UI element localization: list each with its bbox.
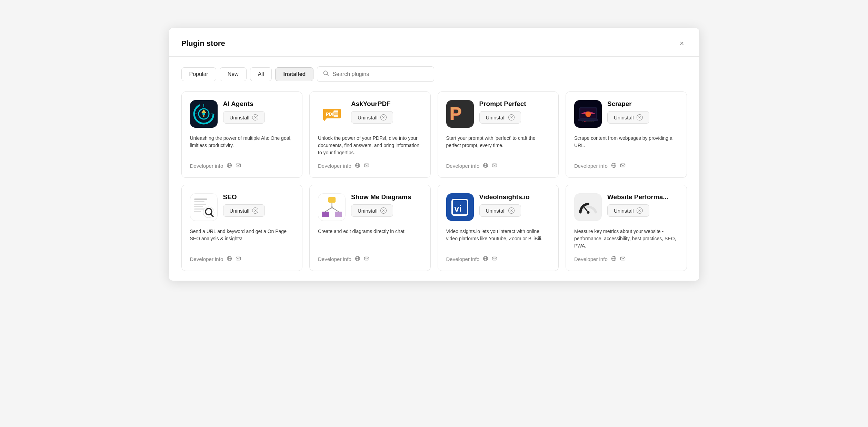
svg-point-83 [587, 211, 589, 214]
uninstall-button-seo[interactable]: Uninstall ✕ [223, 204, 265, 217]
plugin-store-modal: Plugin store × Popular New All Installed [169, 28, 700, 281]
filter-new[interactable]: New [220, 67, 247, 81]
developer-info: Developer info [190, 256, 294, 262]
plugin-card-seo: SEO Uninstall ✕ Send a URL and keyword a… [181, 185, 303, 271]
plugin-card-website-performance: Website Performa... Uninstall ✕ Measure … [566, 185, 687, 271]
uninstall-x-icon: ✕ [380, 114, 387, 120]
modal-header: Plugin store × [169, 28, 699, 57]
uninstall-x-icon: ✕ [508, 207, 515, 214]
plugin-description: Unlock the power of your PDFs!, dive int… [318, 135, 422, 156]
globe-icon [355, 256, 360, 262]
plugin-icon-show-me-diagrams [318, 193, 346, 221]
plugin-info: Prompt Perfect Uninstall ✕ [479, 100, 526, 124]
developer-info-label: Developer info [574, 163, 608, 169]
svg-point-69 [331, 206, 333, 208]
svg-rect-42 [590, 121, 592, 122]
plugin-name: Show Me Diagrams [351, 193, 411, 201]
plugin-icon-ai-agents [190, 100, 218, 128]
svg-rect-50 [194, 201, 204, 202]
svg-rect-53 [194, 208, 205, 210]
filter-installed[interactable]: Installed [275, 67, 313, 81]
uninstall-x-icon: ✕ [252, 207, 258, 214]
svg-rect-49 [194, 198, 207, 200]
plugin-info: Show Me Diagrams Uninstall ✕ [351, 193, 411, 217]
plugin-card-scraper: Scraper Uninstall ✕ Scrape content from … [566, 91, 687, 178]
svg-rect-39 [584, 121, 586, 122]
developer-info-label: Developer info [446, 163, 480, 169]
svg-rect-40 [586, 121, 588, 122]
email-icon [492, 256, 497, 262]
developer-info-label: Developer info [318, 163, 351, 169]
close-button[interactable]: × [677, 38, 687, 49]
svg-rect-52 [194, 206, 203, 207]
plugin-info: AskYourPDF Uninstall ✕ [351, 100, 393, 124]
uninstall-button-videoinsights[interactable]: Uninstall ✕ [479, 204, 521, 217]
svg-rect-51 [194, 204, 206, 205]
developer-info: Developer info [318, 256, 422, 262]
svg-rect-64 [322, 212, 329, 217]
plugin-header: P P [446, 100, 550, 128]
plugin-card-askyourpdf: PDF AskYourPDF Uninstall [309, 91, 431, 178]
email-icon [364, 163, 369, 169]
svg-text:P: P [450, 104, 462, 124]
plugin-name: SEO [223, 193, 265, 201]
developer-info: Developer info [190, 163, 294, 169]
plugin-info: VideoInsights.io Uninstall ✕ [479, 193, 530, 217]
uninstall-button-askyourpdf[interactable]: Uninstall ✕ [351, 111, 393, 124]
globe-icon [355, 163, 360, 169]
filter-bar: Popular New All Installed [181, 66, 687, 82]
email-icon [620, 163, 626, 169]
uninstall-button-scraper[interactable]: Uninstall ✕ [607, 111, 649, 124]
svg-rect-37 [581, 120, 596, 120]
uninstall-x-icon: ✕ [637, 207, 643, 214]
uninstall-button-website-performance[interactable]: Uninstall ✕ [607, 204, 649, 217]
svg-rect-38 [582, 121, 583, 122]
developer-info: Developer info [318, 163, 422, 169]
svg-marker-4 [201, 109, 206, 113]
plugin-header: SEO Uninstall ✕ [190, 193, 294, 221]
plugin-description: Send a URL and keyword and get a On Page… [190, 228, 294, 250]
email-icon [364, 256, 369, 262]
plugin-info: Scraper Uninstall ✕ [607, 100, 649, 124]
uninstall-x-icon: ✕ [380, 207, 387, 214]
svg-text:vi: vi [454, 203, 462, 214]
email-icon [492, 163, 497, 169]
plugin-description: Measure key metrics about your website -… [574, 228, 678, 250]
developer-info-label: Developer info [446, 256, 480, 262]
uninstall-button-prompt-perfect[interactable]: Uninstall ✕ [479, 111, 521, 124]
svg-rect-41 [588, 121, 590, 122]
globe-icon [483, 256, 488, 262]
globe-icon [483, 163, 488, 169]
filter-all[interactable]: All [250, 67, 272, 81]
modal-body: Popular New All Installed [169, 57, 699, 281]
plugin-name: Scraper [607, 100, 649, 108]
globe-icon [611, 256, 617, 262]
plugin-card-show-me-diagrams: Show Me Diagrams Uninstall ✕ Create and … [309, 185, 431, 271]
svg-rect-16 [333, 110, 338, 117]
plugin-name: Prompt Perfect [479, 100, 526, 108]
uninstall-button-show-me-diagrams[interactable]: Uninstall ✕ [351, 204, 393, 217]
plugin-icon-website-performance [574, 193, 602, 221]
plugin-description: Scrape content from webpages by providin… [574, 135, 678, 156]
search-input[interactable] [332, 71, 428, 77]
uninstall-button-ai-agents[interactable]: Uninstall ✕ [223, 111, 265, 124]
developer-info: Developer info [446, 256, 550, 262]
globe-icon [227, 256, 232, 262]
plugin-header: AI Agents Uninstall ✕ [190, 100, 294, 128]
plugin-icon-videoinsights: vi [446, 193, 474, 221]
uninstall-x-icon: ✕ [252, 114, 258, 120]
plugin-card-ai-agents: AI Agents Uninstall ✕ Unleashing the pow… [181, 91, 303, 178]
globe-icon [227, 163, 232, 169]
modal-title: Plugin store [181, 39, 225, 48]
email-icon [236, 163, 241, 169]
search-box [317, 66, 434, 82]
developer-info: Developer info [574, 163, 678, 169]
plugin-description: VideoInsights.io lets you interact with … [446, 228, 550, 250]
search-icon [323, 70, 329, 78]
plugin-card-prompt-perfect: P P [438, 91, 559, 178]
filter-popular[interactable]: Popular [181, 67, 216, 81]
plugins-grid: AI Agents Uninstall ✕ Unleashing the pow… [181, 91, 687, 271]
plugin-icon-askyourpdf: PDF [318, 100, 346, 128]
uninstall-x-icon: ✕ [637, 114, 643, 120]
globe-icon [611, 163, 617, 169]
